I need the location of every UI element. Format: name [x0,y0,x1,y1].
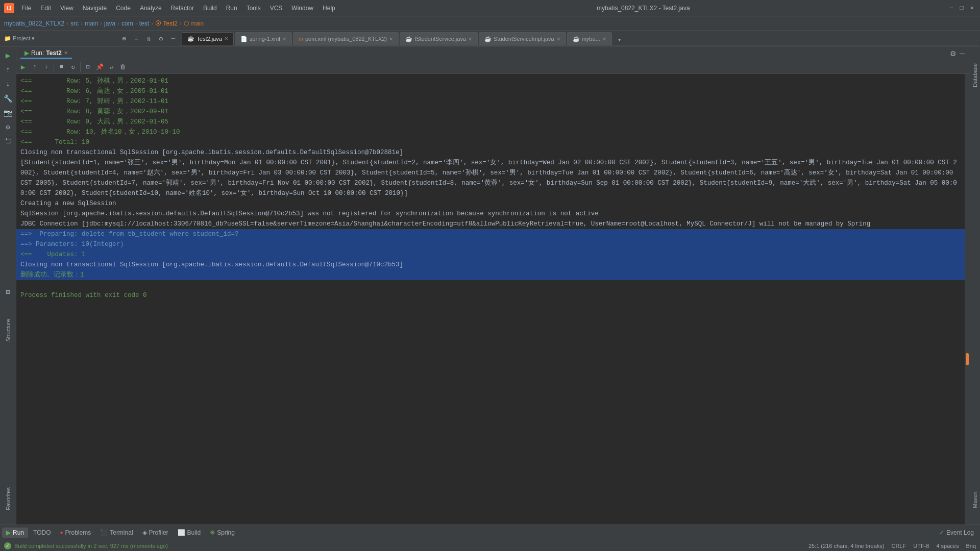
menu-window[interactable]: Window [287,4,317,13]
breadcrumb-main[interactable]: main [85,20,98,27]
toolbar-new-file[interactable]: ⊕ [118,33,130,44]
run-scroll-down[interactable]: ↓ [41,61,52,72]
breadcrumb-java[interactable]: java [104,20,115,27]
run-bottom-label: Run [13,529,24,536]
build-icon: ⬜ [178,529,185,536]
menu-build[interactable]: Build [199,4,221,13]
menu-file[interactable]: File [17,4,35,13]
bottom-tab-terminal[interactable]: ⬛ Terminal [96,528,137,538]
console-row-5: <== Row: 5, 孙棋，男，2002-01-01 [20,76,961,86]
favorites-panel-label[interactable]: Favorites [5,483,11,514]
toolbar-settings[interactable]: ⚙ [155,33,166,44]
maven-panel-label[interactable]: Maven [971,485,979,514]
tab-overflow[interactable]: ▾ [614,34,625,45]
menu-refactor[interactable]: Refactor [167,4,198,13]
close-button[interactable]: ✕ [968,4,976,12]
tab-java-icon: ☕ [187,35,194,42]
bottom-tab-profiler[interactable]: ◈ Profiler [138,528,173,538]
menu-vcs[interactable]: VCS [266,4,287,13]
run-wrap[interactable]: ↵ [106,61,117,72]
run-label: Run: [31,49,44,57]
tab-pom[interactable]: m pom.xml (mybatis_0822_KTLX2) ✕ [293,32,399,45]
tab-istudent-close[interactable]: ✕ [468,36,472,42]
sidebar-camera[interactable]: 📷 [2,106,15,119]
tab-xml-icon: 📄 [240,36,248,42]
breadcrumb-src[interactable]: src [70,20,79,27]
tab-studentimpl-icon: ☕ [484,36,492,42]
run-minimize-icon[interactable]: ─ [960,49,965,58]
sidebar-rerun[interactable]: ↓ [2,78,15,91]
scrollbar-thumb[interactable] [966,353,969,365]
left-sidebar: ▶ ↑ ↓ 🔧 📷 ⚙ ⮌ ⊞ Structure Favorites [0,47,16,524]
sidebar-back[interactable]: ⮌ [2,135,15,148]
app-logo: IJ [4,3,14,13]
structure-panel-label[interactable]: Structure [5,315,11,346]
sidebar-settings2[interactable]: ⚙ [2,120,15,134]
breadcrumb-com[interactable]: com [121,20,133,27]
menu-help[interactable]: Help [318,4,339,13]
tab-pom-close[interactable]: ✕ [389,36,393,42]
sidebar-stop[interactable]: ↑ [2,63,15,77]
tab-myba-label: myba... [582,36,600,42]
problems-icon: ● [60,530,63,535]
minimize-button[interactable]: ─ [947,4,955,12]
console-row-10: <== Row: 10, 姓名10，女，2010-10-10 [20,127,961,137]
bottom-tab-spring[interactable]: ❋ Spring [206,528,239,538]
bottom-tab-build[interactable]: ⬜ Build [174,528,205,538]
spring-bottom-label: Spring [217,529,235,536]
charset: UTF-8 [913,543,929,549]
build-bottom-label: Build [187,529,201,536]
menu-navigate[interactable]: Navigate [79,4,111,13]
tab-spring-xml[interactable]: 📄 spring-1.xml ✕ [235,32,292,45]
run-stop-button[interactable]: ■ [56,61,67,72]
toolbar-sort[interactable]: ⇅ [143,33,154,44]
bottom-tab-run[interactable]: ▶ Run [2,528,28,538]
run-play-button[interactable]: ▶ [17,61,29,72]
console-row-8: <== Row: 8, 黄蓉，女，2002-09-01 [20,107,961,117]
bottom-tab-todo[interactable]: TODO [29,528,55,538]
run-sub-toolbar: ▶ ↑ ↓ ■ ↻ ⊟ 📌 ↵ 🗑 [16,60,969,74]
menu-code[interactable]: Code [112,4,135,13]
run-trash[interactable]: 🗑 [117,61,129,72]
tab-spring-xml-close[interactable]: ✕ [282,36,286,42]
tab-studentimpl-close[interactable]: ✕ [556,36,560,42]
terminal-icon: ⬛ [100,529,108,536]
menu-view[interactable]: View [56,4,78,13]
toolbar-align[interactable]: ≡ [131,33,142,44]
breadcrumb-test[interactable]: test [139,20,149,27]
run-scroll-up[interactable]: ↑ [29,61,40,72]
bottom-tab-problems[interactable]: ● Problems [56,528,95,538]
run-pin[interactable]: 📌 [94,61,105,72]
console-prepare-delete: ==> Preparing: delete from tb_student wh… [16,229,969,239]
tab-myba[interactable]: ☕ myba... ✕ [567,32,612,45]
menu-tools[interactable]: Tools [242,4,265,13]
breadcrumb-test2[interactable]: ⦿ Test2 [155,20,178,27]
breadcrumb-main-method[interactable]: ⬡ main [184,20,204,27]
run-icon: ▶ [24,49,29,57]
run-test2-label: Test2 [46,49,61,57]
run-tab-close[interactable]: ✕ [64,50,68,56]
menu-edit[interactable]: Edit [36,4,55,13]
tab-istudent[interactable]: ☕ IStudentService.java ✕ [400,32,478,45]
database-panel-label[interactable]: Database [971,57,979,93]
window-controls: ─ □ ✕ [947,4,976,12]
tab-studentimpl[interactable]: ☕ StudentServiceImpl.java ✕ [479,32,566,45]
sidebar-wrench[interactable]: 🔧 [2,92,15,105]
bottom-tab-event-log[interactable]: ✓ Event Log [935,528,978,538]
event-log-icon: ✓ [939,529,944,536]
breadcrumb-project[interactable]: mybatis_0822_KTLX2 [4,20,64,27]
run-layout[interactable]: ⊟ [82,61,93,72]
sidebar-grid[interactable]: ⊞ [2,285,15,298]
run-rerun-button[interactable]: ↻ [67,61,79,72]
menu-run[interactable]: Run [222,4,241,13]
sidebar-run-config[interactable]: ▶ [2,49,15,62]
run-tab-label[interactable]: ▶ Run: Test2 ✕ [20,48,72,59]
menu-analyze[interactable]: Analyze [136,4,166,13]
console-output[interactable]: <== Row: 5, 孙棋，男，2002-01-01 <== Row: 6, … [16,74,969,524]
toolbar-minimize[interactable]: ─ [167,33,179,44]
tab-test2[interactable]: ☕ Test2.java ✕ [182,32,234,45]
run-settings-icon[interactable]: ⚙ [950,49,957,58]
tab-test2-close[interactable]: ✕ [224,36,228,41]
tab-myba-close[interactable]: ✕ [602,36,606,42]
maximize-button[interactable]: □ [958,4,966,12]
